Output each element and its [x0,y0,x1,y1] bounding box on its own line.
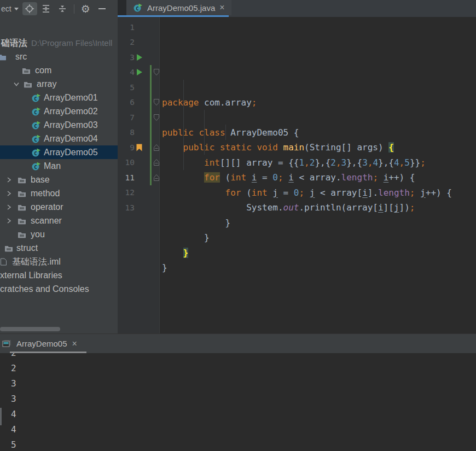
class-icon: C [31,162,41,171]
code-line[interactable]: package com.array; [162,95,476,110]
close-console-tab-icon[interactable]: × [72,339,77,348]
folder-icon [24,80,32,87]
folder-icon [4,244,13,251]
tree-item-src[interactable]: src [0,50,118,63]
tree-item-com[interactable]: com [0,63,118,77]
tree-item-scanner[interactable]: scanner [0,214,118,227]
console-tab-arraydemo05[interactable]: ArrayDemo05 × [0,339,77,348]
code-line[interactable]: for (int j = 0; j < array[i].length; j++… [162,185,476,201]
fold-region-start-icon[interactable] [153,68,160,76]
project-view-selector[interactable]: ect [1,4,19,13]
code-line[interactable]: } [162,215,476,231]
crosshair-icon [25,4,34,14]
collapse-all-button[interactable] [55,2,70,15]
editor-body: 12345678910111213 package com.array;publ… [118,17,476,333]
console-scrollbar[interactable] [0,408,2,425]
project-view-label: ect [1,4,11,13]
console-icon [2,339,11,348]
line-number: 2 [130,38,135,46]
console-output-line: 5 [11,437,476,451]
editor-code[interactable]: package com.array;public class ArrayDemo… [160,17,476,333]
line-number: 13 [125,203,135,212]
code-line[interactable] [162,276,476,291]
expand-all-icon [42,4,50,13]
fold-region-end-icon[interactable] [153,159,160,166]
code-line[interactable]: } [162,230,476,245]
fold-region-start-icon[interactable] [153,98,160,106]
fold-region-end-icon[interactable] [153,144,160,151]
hide-panel-button[interactable] [95,2,109,15]
run-icon[interactable] [136,54,143,61]
svg-text:C: C [34,164,37,169]
line-number: 9 [130,143,135,152]
svg-text:C: C [34,150,37,156]
locate-file-button[interactable] [22,2,37,15]
fold-region-start-icon[interactable] [153,114,160,121]
svg-text:C: C [34,109,37,115]
bookmark-icon[interactable] [136,143,143,151]
editor-area: C ArrayDemo05.java × 12345678910111213 p… [118,0,476,333]
chevron-right-icon[interactable] [7,177,11,183]
main-row: ect ⚙ [0,0,476,333]
chevron-down-icon[interactable] [13,81,20,86]
tree-item-xternal-libraries[interactable]: xternal Libraries [0,268,118,282]
fold-region-end-icon[interactable] [153,174,160,181]
tree-item-arraydemo05[interactable]: CArrayDemo05 [0,145,118,159]
code-line[interactable]: System.out.println(array[i][j]); [162,200,476,215]
chevron-right-icon[interactable] [7,218,11,224]
expand-all-button[interactable] [39,2,54,15]
tree-item-method[interactable]: method [0,186,118,200]
folder-icon [18,203,26,210]
chevron-right-icon[interactable] [7,204,11,210]
indent-guide [183,80,184,170]
run-console-panel: ArrayDemo05 × 2233445 [0,333,476,451]
tree-item-label: ArrayDemo05 [44,148,98,157]
tree-item-struct[interactable]: struct [0,241,118,255]
line-number: 10 [125,158,135,167]
code-line[interactable] [162,110,476,125]
code-line[interactable]: public static void main(String[] args) { [162,140,476,155]
tree-item-label: you [31,230,45,239]
class-icon: C [31,107,41,116]
tree-item-you[interactable]: you [0,227,118,241]
console-output-line: 3 [11,391,476,407]
code-line[interactable]: } [162,260,476,276]
run-icon[interactable] [136,68,143,76]
tree-item-label: ArrayDemo04 [44,134,98,144]
gutter-row: 8 [118,125,159,140]
close-tab-icon[interactable]: × [219,3,224,12]
iml-icon [0,257,7,266]
tree-item-cratches-and-consoles[interactable]: cratches and Consoles [0,282,118,296]
console-tab-bar: ArrayDemo05 × [0,334,476,353]
tree-item-arraydemo04[interactable]: CArrayDemo04 [0,132,118,145]
code-line[interactable]: } [162,245,476,261]
editor-tab-arraydemo05[interactable]: C ArrayDemo05.java × [126,0,231,15]
code-line[interactable]: public class ArrayDemo05 { [162,125,476,140]
tree-item-man[interactable]: CMan [0,159,118,173]
chevron-right-icon[interactable] [7,190,11,197]
tree-item-array[interactable]: array [0,77,118,91]
console-output-line: 2 [11,361,476,376]
gear-icon: ⚙ [81,4,90,14]
tree-item-label: method [31,189,60,198]
code-line[interactable]: for (int i = 0; i < array.length; i++) { [162,170,476,185]
gutter-row: 6 [118,95,159,110]
svg-text:C: C [34,96,37,101]
indent-guide [204,110,205,155]
tree-item-arraydemo02[interactable]: CArrayDemo02 [0,104,118,118]
tree-item-operator[interactable]: operator [0,200,118,214]
tree-item-label: base [31,175,50,185]
console-tab-title: ArrayDemo05 [16,339,67,348]
tree-item-base[interactable]: base [0,173,118,186]
console-output-line: 4 [11,422,476,437]
tree-item-arraydemo01[interactable]: CArrayDemo01 [0,91,118,104]
tree-item--[interactable]: 础语法D:\Program Files\Intell [0,36,118,50]
class-icon: C [31,93,41,102]
gutter-row: 10 [118,155,159,171]
code-line[interactable]: int[][] array = {{1,2},{2,3},{3,4},{4,5}… [162,155,476,171]
project-horizontal-scrollbar[interactable] [0,327,60,331]
tree-item--iml[interactable]: 基础语法.iml [0,255,118,268]
tree-item-arraydemo03[interactable]: CArrayDemo03 [0,118,118,132]
gutter-row: 11 [118,170,159,185]
settings-button[interactable]: ⚙ [78,2,93,15]
